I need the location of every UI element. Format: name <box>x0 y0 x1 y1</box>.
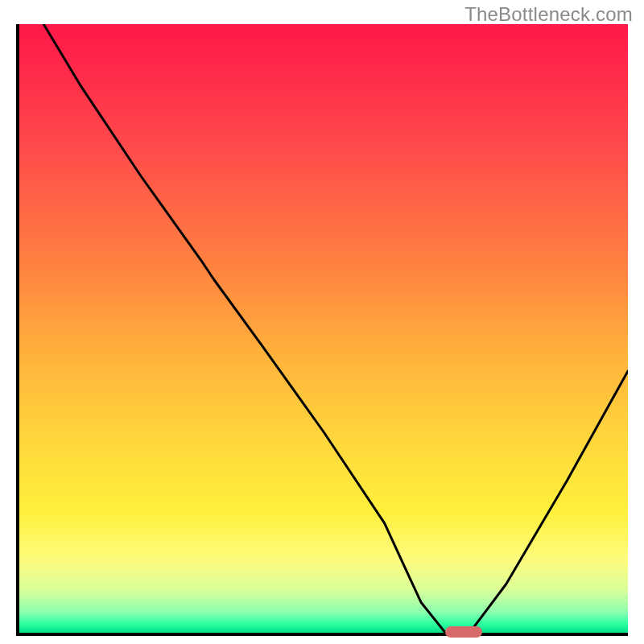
watermark-text: TheBottleneck.com <box>464 3 633 26</box>
plot-area <box>16 24 628 636</box>
bottleneck-curve <box>19 24 628 633</box>
optimum-marker <box>445 626 481 638</box>
chart-container: TheBottleneck.com <box>0 0 644 644</box>
